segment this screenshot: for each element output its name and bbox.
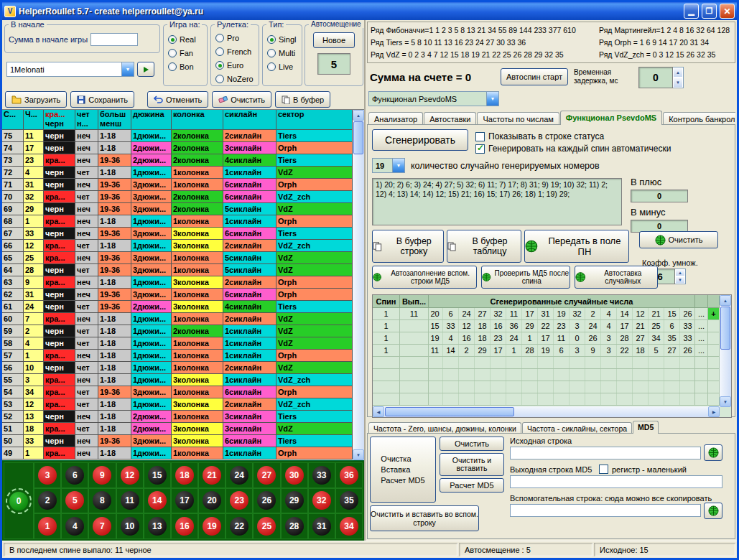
send-to-pn-button[interactable]: Передать в поле ПН [524,230,629,263]
roulette-number[interactable]: 5 [65,491,84,510]
scroll-down-icon[interactable]: ▼ [720,396,731,407]
roulette-number[interactable]: 26 [257,491,276,510]
roulette-option-pro[interactable]: Pro [211,31,259,45]
generate-button[interactable]: Сгенерировать [372,129,468,151]
roulette-number[interactable]: 13 [148,517,167,536]
roulette-number[interactable]: 24 [230,466,248,485]
show-in-status-checkbox[interactable]: Показывать в строке статуса [475,131,604,141]
roulette-number[interactable]: 27 [257,466,276,485]
close-button[interactable]: ✕ [720,4,735,19]
roulette-number[interactable]: 19 [203,517,221,536]
roulette-number[interactable]: 15 [148,466,167,485]
scroll-right-icon[interactable]: ▶ [708,406,720,417]
type-option-live[interactable]: Live [263,60,302,73]
scroll-up-icon[interactable]: ▲ [720,295,731,306]
roulette-number-zero[interactable]: 0 [9,492,28,510]
roulette-number[interactable]: 33 [312,466,331,485]
register-checkbox[interactable]: регистр - маленький [599,465,687,474]
gen-table-vertical-scrollbar[interactable]: ▲ ▼ [720,295,731,407]
scrollbar-thumb[interactable] [720,307,730,350]
roulette-number[interactable]: 21 [203,466,221,485]
md5-clear-paste-button[interactable]: Очистить и вставить [440,453,504,476]
autospin-start-button[interactable]: Автоспин старт [501,68,568,85]
scroll-up-icon[interactable]: ▲ [353,110,364,121]
maximize-button[interactable]: ❐ [702,4,717,19]
tab-анализатор[interactable]: Анализатор [368,112,423,125]
roulette-option-french[interactable]: French [211,45,259,58]
md5-clear-paste-aux-button[interactable]: Очистить и вставить во вспом. строку [370,505,479,531]
tab-md5[interactable]: MD5 [633,421,659,434]
scroll-down-icon[interactable]: ▼ [353,449,364,460]
undo-button[interactable]: Отменить [147,91,208,108]
delay-spinner[interactable]: 0 ▲ ▼ [638,67,684,88]
spinner-up-icon[interactable]: ▲ [673,67,683,78]
chevron-down-icon[interactable]: ▼ [121,62,134,76]
roulette-number[interactable]: 12 [121,466,139,485]
table-vertical-scrollbar[interactable]: ▲ ▼ [353,110,364,460]
md5-clear-button[interactable]: Очистить [440,437,504,451]
aux-string-input[interactable] [510,504,701,517]
mode-combobox[interactable]: Функционал PsevdoMS ▼ [368,91,499,106]
roulette-number[interactable]: 8 [93,491,111,510]
buffer-table-button[interactable]: В буфер таблицу [447,230,521,263]
preset-combobox[interactable]: 1Melonati ▼ [6,62,134,77]
to-buffer-button[interactable]: В буфер [275,91,330,108]
scroll-left-icon[interactable]: ◀ [373,406,384,417]
roulette-number[interactable]: 34 [340,517,358,536]
aux-globe-button[interactable] [704,503,722,519]
spinner-up-icon[interactable]: ▲ [675,269,685,276]
roulette-number[interactable]: 16 [175,517,194,536]
roulette-number[interactable]: 1 [38,517,57,536]
chevron-down-icon[interactable]: ▼ [486,92,498,106]
generator-clear-button[interactable]: Очистить [639,231,718,248]
roulette-number[interactable]: 23 [230,491,248,510]
spinner-down-icon[interactable]: ▼ [673,78,683,88]
roulette-number[interactable]: 32 [312,491,331,510]
board-zero-cell[interactable]: 0 [4,462,34,539]
roulette-number[interactable]: 29 [285,491,304,510]
roulette-number[interactable]: 18 [175,466,194,485]
roulette-number[interactable]: 28 [285,517,304,536]
source-globe-button[interactable] [704,444,722,461]
clear-button[interactable]: Очистить [212,91,271,108]
autobet-random-button[interactable]: Автоставка случайных [575,266,658,289]
roulette-number[interactable]: 20 [203,491,221,510]
game-option-fan[interactable]: Fan [164,46,207,60]
start-sum-input[interactable] [90,33,138,46]
count-combobox[interactable]: 19 ▼ [372,158,405,173]
tab-контроль-банкрол[interactable]: Контроль банкрол [663,112,735,125]
md5-calc-button[interactable]: Расчет MD5 [440,478,504,493]
tab-частота-сиклайны-сектора[interactable]: Частота - сиклайны, сектора [522,422,632,434]
roulette-option-nozero[interactable]: NoZero [211,72,259,85]
gen-table-horizontal-scrollbar[interactable]: ◀ ▶ [373,406,720,417]
scrollbar-thumb[interactable] [385,407,514,416]
play-button[interactable] [137,62,154,77]
roulette-number[interactable]: 22 [230,517,248,536]
save-button[interactable]: Сохранить [70,91,134,108]
output-string-input[interactable] [510,475,722,488]
scrollbar-thumb[interactable] [353,121,363,154]
source-string-input[interactable] [510,447,701,459]
autofill-md5-button[interactable]: Автозаполнение вспом. строки МД5 [372,266,477,289]
roulette-number[interactable]: 30 [285,466,304,485]
md5-big-button[interactable]: Очистка Вставка Расчет MD5 [370,437,436,503]
roulette-number[interactable]: 36 [340,466,358,485]
generated-numbers-box[interactable]: 1) 20; 2) 6; 3) 24; 4) 27; 5) 32; 6) 11;… [372,178,622,225]
chevron-down-icon[interactable]: ▼ [392,159,404,172]
tab-функционал-psevdoms[interactable]: Функционал PsevdoMS [560,111,662,125]
load-button[interactable]: Загрузить [5,91,67,108]
check-md5-button[interactable]: Проверить МД5 после спина [481,266,570,289]
type-option-singl[interactable]: Singl [263,32,302,46]
roulette-number[interactable]: 10 [121,517,139,536]
tab-частоты-по-числам[interactable]: Частоты по числам [477,112,559,125]
roulette-number[interactable]: 11 [121,491,139,510]
new-button[interactable]: Новое [313,32,355,48]
spinner-down-icon[interactable]: ▼ [675,276,685,284]
game-option-bon[interactable]: Bon [164,60,207,73]
roulette-number[interactable]: 9 [93,466,111,485]
tab-частота-zero-шансы-дюжины-колонки[interactable]: Частота - Zero, шансы, дюжины, колонки [368,422,521,434]
minimize-button[interactable]: ▁ [684,4,699,19]
roulette-number[interactable]: 3 [38,466,57,485]
roulette-option-euro[interactable]: Euro [211,58,259,72]
roulette-number[interactable]: 4 [65,517,84,536]
